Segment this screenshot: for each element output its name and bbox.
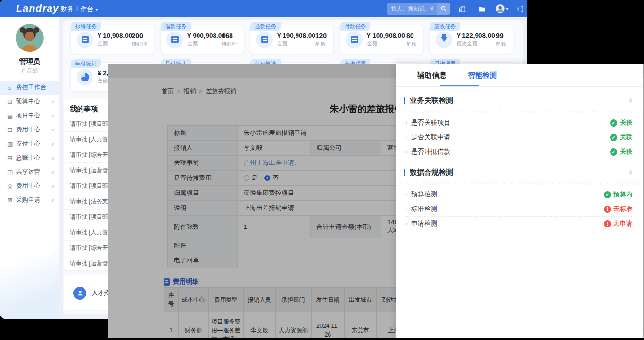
workspace-label: 财务工作台 (61, 5, 94, 13)
check-label: 是否冲抵借款 (411, 147, 610, 156)
field-label: 是否待摊费用 (168, 171, 238, 185)
stat-card-receivable[interactable]: 应收任务 ¥ 122,908.00 应收金额 99 笔数 (429, 25, 513, 54)
stat-card-payment[interactable]: 付款任务 ¥ 100,908.00 金额 80 笔数 (340, 25, 424, 54)
building-icon (458, 5, 466, 13)
chevron-down-icon: ∨ (51, 184, 54, 189)
column-header: 成本中心 (179, 288, 209, 312)
amount-label: 应收金额 (457, 40, 494, 47)
breadcrumb-reimburse[interactable]: 报销 (183, 88, 196, 95)
field-label: 报销人 (168, 141, 238, 155)
column-header: 费用类型 (209, 288, 244, 312)
field-label: 电子回单 (168, 253, 238, 268)
breadcrumb-home[interactable]: 首页 (162, 88, 174, 95)
amount-label: 金额 (187, 40, 220, 47)
status-badge: 关联 (620, 133, 632, 142)
field-label: 归属公司 (311, 141, 381, 155)
sidebar-item-label: 费用中心 (16, 126, 40, 134)
sidebar-item-purchase-request[interactable]: ⊠ 采购申请 ∨ (0, 193, 59, 207)
search-input[interactable] (387, 3, 437, 15)
card-tag: 报销任务 (71, 22, 101, 31)
smart-check-drawer: 辅助信息 智能检测 业务关联检测 ∨∨ 是否关联项目 ✓ 关联 是否关联申请 ✓… (396, 64, 643, 338)
count-value: 80 (406, 32, 416, 40)
expense-detail-table: 序号 成本中心 费用类型 报销人员 承担部门 发生日期 出发城市 到达城市 1 … (164, 287, 412, 338)
collapse-icon[interactable]: ∨∨ (629, 170, 632, 175)
workspace-switcher[interactable]: 财务工作台▾ (61, 5, 98, 14)
count-label: 笔数 (315, 41, 327, 48)
status-badge: 无标准 (613, 205, 632, 213)
cell: 2024-11-26 (312, 312, 345, 338)
count-label: 笔数 (496, 41, 506, 48)
table-row: 1 财务部 项目服务费用—服务差旅（交通） 李文毅 人力资源部 2024-11-… (164, 312, 412, 338)
sidebar-illustration (0, 246, 59, 319)
breadcrumb-separator: > (177, 88, 180, 94)
sidebar-item-label: 费用中心 (16, 182, 40, 190)
success-icon: ✓ (610, 134, 617, 141)
project-icon: ▤ (7, 113, 16, 119)
tab-assist-info[interactable]: 辅助信息 (417, 71, 446, 80)
user-menu[interactable]: ▾ (495, 3, 508, 15)
document-icon (164, 278, 170, 286)
section-divider (396, 110, 643, 113)
organization-button[interactable] (456, 3, 468, 15)
sidebar-menu: ⌂ 费控工作台 ⊞ 预算中心 ∨ ▤ 项目中心 ∨ ⊡ 费用中心 ∨ (0, 81, 59, 207)
chevron-down-icon: ∨ (51, 156, 54, 161)
logout-button[interactable] (513, 3, 526, 15)
amount-value: ¥ 100,908.00 (367, 32, 404, 39)
user-avatar[interactable] (16, 24, 44, 52)
cell: 人力资源部 (276, 312, 312, 338)
field-label: 说明 (168, 201, 238, 215)
sidebar-item-expense-workbench[interactable]: ⌂ 费控工作台 (0, 81, 59, 95)
sidebar-item-budget-center[interactable]: ⊞ 预算中心 ∨ (0, 95, 59, 109)
payable-icon: ▥ (7, 141, 16, 147)
sidebar-item-project-center[interactable]: ▤ 项目中心 ∨ (0, 109, 59, 123)
radio-yes[interactable] (244, 175, 249, 181)
check-label: 是否关联项目 (411, 118, 610, 127)
sidebar-item-expense-center[interactable]: ⊡ 费用中心 ∨ (0, 123, 59, 137)
success-icon: ✓ (604, 191, 611, 198)
cell: 1 (164, 312, 179, 338)
workbench-button[interactable] (476, 3, 488, 15)
radio-no[interactable] (264, 175, 270, 181)
collapse-icon[interactable]: ∨∨ (629, 98, 632, 103)
top-navbar: Landray 财务工作台▾ (0, 0, 527, 17)
search-button[interactable] (437, 3, 450, 15)
check-item-offset-loan: 是否冲抵借款 ✓ 关联 (396, 145, 643, 159)
sidebar-item-label: 预算中心 (16, 97, 40, 106)
success-icon: ✓ (610, 119, 617, 127)
card-tag: 还款任务 (250, 22, 281, 31)
tab-smart-check[interactable]: 智能检测 (468, 71, 497, 80)
drawer-tabs: 辅助信息 智能检测 (396, 64, 643, 87)
amount-label: 金额 (98, 40, 130, 47)
chevron-down-icon: ∨ (51, 170, 54, 175)
sidebar-item-shared-operation[interactable]: ◫ 共享运营 ∨ (0, 165, 59, 179)
section-marker (404, 97, 405, 104)
bullet-icon (406, 151, 407, 153)
cell: 东莞市 (345, 312, 377, 338)
landray-logo: Landray (16, 2, 59, 14)
sidebar-item-payable-center[interactable]: ▥ 应付中心 ∨ (0, 137, 59, 151)
arrow-down-icon (441, 37, 447, 45)
chevron-down-icon: ∨ (51, 99, 54, 104)
radio-no-label: 否 (272, 174, 279, 182)
card-tag: 付款任务 (340, 22, 370, 31)
magnifier-icon (440, 5, 447, 12)
check-item-project: 是否关联项目 ✓ 关联 (396, 115, 643, 130)
stat-card-loan[interactable]: 借款任务 ¥ 900,908.00 金额 168 待处理 (160, 25, 244, 54)
section-data-compliance: 数据合规检测 ∨∨ (396, 163, 643, 181)
count-label: 待处理 (132, 41, 148, 48)
avatar (16, 24, 44, 52)
chevron-down-icon: ∨ (51, 198, 54, 203)
field-label: 标题 (168, 126, 238, 140)
sidebar-item-expense-center-2[interactable]: ◎ 费用中心 ∨ (0, 179, 59, 193)
caret-down-icon: ▾ (506, 6, 508, 11)
field-value: 李文毅 (238, 141, 311, 155)
column-header: 序号 (164, 288, 179, 312)
field-label: 归属项目 (168, 186, 238, 200)
bullet-icon (406, 194, 407, 195)
sidebar-item-ledger-center[interactable]: ⊟ 总账中心 ∨ (0, 151, 59, 165)
left-sidebar: 管理员 产品部 ⌂ 费控工作台 ⊞ 预算中心 ∨ ▤ 项目中心 ∨ (0, 17, 59, 319)
breadcrumb: 首页>报销>差旅费报销 (162, 87, 236, 96)
stat-card-repayment[interactable]: 还款任务 ¥ 190,908.00 金额 120 笔数 (250, 25, 334, 54)
status-badge: 关联 (620, 147, 632, 156)
stat-card-reimburse[interactable]: 报销任务 ¥ 10,908.00 金额 200 待处理 (70, 25, 154, 54)
